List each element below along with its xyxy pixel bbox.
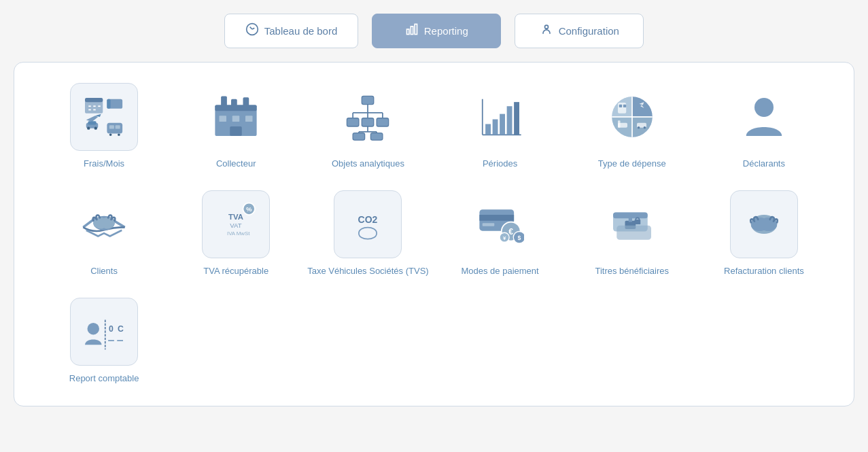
menu-item-refacturation[interactable]: Refacturation clients [701,190,827,277]
svg-rect-62 [618,120,621,128]
svg-rect-64 [619,105,621,107]
svg-point-14 [94,126,97,129]
menu-item-tva[interactable]: % TVA VAT IVA MwSt TVA récupérable [173,190,298,277]
frais-mois-icon-box [70,83,138,151]
svg-point-13 [87,126,90,129]
svg-rect-28 [232,116,240,122]
svg-rect-5 [85,98,103,102]
svg-rect-49 [492,120,498,135]
clients-icon-box [70,190,138,258]
svg-rect-87 [628,218,631,222]
menu-item-titres[interactable]: Titres bénéficiaires [570,190,695,277]
menu-item-collecteur[interactable]: Collecteur [173,83,298,170]
svg-rect-27 [220,116,227,122]
tva-icon-box: % TVA VAT IVA MwSt [202,190,270,258]
svg-rect-65 [623,105,626,107]
svg-text:%: % [246,205,252,213]
type-depense-icon-box [598,83,666,151]
menu-item-clients[interactable]: Clients [41,190,167,277]
dashboard-icon [245,22,259,39]
svg-rect-51 [506,106,512,135]
svg-rect-1 [411,27,413,35]
configuration-button[interactable]: Configuration [515,14,644,48]
titres-icon-box [598,190,666,258]
reporting-label: Reporting [424,25,468,37]
svg-text:IVA: IVA [227,230,236,237]
periodes-icon-box [466,83,534,151]
tva-label: TVA récupérable [203,265,268,277]
configuration-label: Configuration [559,25,619,37]
type-depense-label: Type de dépense [598,158,666,170]
content-area: Frais/Mois [14,62,854,406]
modes-paiement-icon-box: € $ ¥ [466,190,534,258]
menu-item-declarants[interactable]: Déclarants [701,83,827,170]
svg-point-18 [109,134,112,137]
menu-item-periodes[interactable]: Périodes [438,83,563,170]
svg-point-59 [638,126,640,129]
modes-paiement-label: Modes de paiement [461,265,538,277]
svg-rect-29 [245,116,253,122]
svg-rect-50 [500,114,505,135]
svg-rect-25 [231,99,237,108]
svg-point-60 [643,126,646,129]
svg-rect-24 [221,96,227,108]
refacturation-icon-box [730,190,798,258]
svg-text:€: € [508,227,513,237]
svg-text:C: C [118,324,124,334]
frais-mois-label: Frais/Mois [84,158,124,170]
configuration-icon [540,22,553,39]
report-comptable-icon-box: 0 C [70,298,138,366]
svg-rect-16 [107,99,110,109]
objets-analytiques-icon-box [334,83,402,151]
svg-rect-38 [362,118,375,126]
svg-rect-12 [88,121,96,124]
menu-item-modes-paiement[interactable]: € $ ¥ Modes de paiement [438,190,563,277]
svg-point-91 [88,323,100,335]
svg-rect-21 [116,125,120,128]
svg-text:TVA: TVA [228,213,243,221]
menu-item-objets-analytiques[interactable]: Objets analytiques [305,83,430,170]
svg-rect-63 [618,103,626,114]
svg-rect-45 [371,133,383,141]
svg-text:0: 0 [109,324,114,334]
menu-item-type-depense[interactable]: Type de dépense [570,83,695,170]
reporting-button[interactable]: Reporting [372,14,501,48]
svg-text:MwSt: MwSt [237,230,250,237]
menu-item-frais-mois[interactable]: Frais/Mois [41,83,167,170]
svg-text:$: $ [517,234,521,241]
empty-slot-4 [570,298,695,385]
tableau-label: Tableau de bord [264,25,338,37]
svg-rect-37 [347,118,360,126]
nav-bar: Tableau de bord Reporting Configuration [14,14,854,48]
empty-slot-2 [305,298,430,385]
svg-rect-52 [514,102,519,135]
svg-text:VAT: VAT [230,222,242,229]
svg-rect-44 [353,133,366,141]
menu-item-report-comptable[interactable]: 0 C Report comptable [41,298,167,385]
svg-text:CO2: CO2 [358,214,378,225]
svg-rect-0 [406,29,409,35]
svg-rect-20 [109,125,114,128]
clients-label: Clients [90,265,118,277]
tableau-de-bord-button[interactable]: Tableau de bord [224,14,359,48]
svg-rect-89 [617,226,651,240]
menu-item-tvs[interactable]: CO2 Taxe Véhicules Sociétés (TVS) [305,190,430,277]
report-comptable-label: Report comptable [69,372,139,385]
titres-label: Titres bénéficiaires [595,265,669,277]
reporting-icon [405,22,419,39]
svg-text:¥: ¥ [503,235,506,241]
empty-slot-5 [701,298,827,385]
empty-slot-3 [438,298,563,385]
svg-rect-39 [377,118,389,126]
svg-point-3 [544,25,548,29]
collecteur-label: Collecteur [216,158,256,170]
svg-rect-17 [107,123,122,134]
svg-point-19 [118,134,120,137]
svg-rect-76 [479,215,514,221]
collecteur-icon-box [202,83,270,151]
tvs-label: Taxe Véhicules Sociétés (TVS) [307,265,428,277]
svg-rect-48 [485,124,491,135]
declarants-icon-box [730,83,798,151]
svg-rect-88 [634,220,640,224]
tvs-icon-box: CO2 [334,190,402,258]
